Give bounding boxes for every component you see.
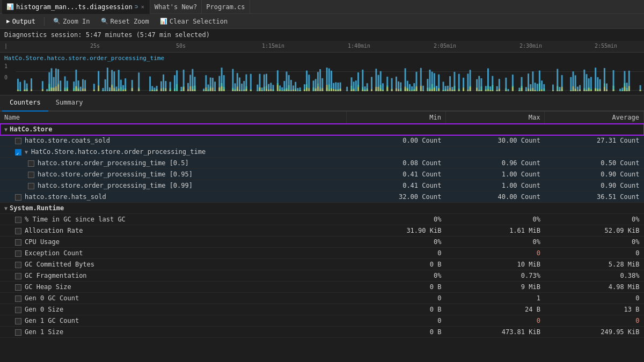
svg-rect-365 (405, 87, 406, 91)
clear-selection-label: Clear Selection (170, 18, 228, 25)
row-name-text: Gen 1 GC Count (25, 317, 79, 324)
row-min: 31.90 KiB (347, 225, 446, 237)
svg-rect-125 (163, 91, 164, 91)
svg-rect-22 (48, 84, 50, 91)
data-table-container[interactable]: Name Min Max Average ▼HatCo.Storehatco.s… (0, 112, 644, 362)
svg-rect-395 (431, 89, 433, 91)
svg-rect-461 (499, 88, 500, 91)
svg-rect-293 (328, 90, 330, 91)
row-avg (545, 146, 644, 158)
row-name-text: Allocation Rate (25, 227, 83, 234)
svg-rect-167 (210, 88, 211, 91)
svg-rect-341 (378, 87, 379, 91)
svg-rect-543 (595, 68, 596, 91)
row-name-text: hatco.store.order_processing_time [0.95] (38, 171, 193, 178)
svg-rect-38 (60, 91, 61, 91)
row-checkbox[interactable] (15, 295, 21, 302)
svg-rect-11 (26, 90, 28, 91)
svg-rect-203 (245, 89, 247, 91)
svg-rect-8 (24, 90, 26, 91)
row-checkbox[interactable] (15, 318, 21, 324)
row-max: 1 (445, 293, 545, 304)
svg-rect-512 (559, 91, 560, 91)
svg-rect-124 (163, 88, 164, 91)
svg-rect-3 (19, 82, 21, 91)
svg-rect-368 (407, 88, 408, 91)
ruler-mark-255min: 2:55min (595, 43, 617, 49)
row-avg: 13 B (545, 304, 644, 315)
svg-rect-344 (380, 88, 382, 91)
row-checkbox[interactable] (15, 250, 21, 257)
svg-rect-133 (174, 88, 175, 91)
clear-selection-icon: 📊 (160, 18, 167, 25)
row-min: 0.00 Count (347, 135, 446, 146)
svg-rect-533 (583, 90, 585, 91)
row-avg: 5.28 MiB (545, 259, 644, 270)
svg-rect-434 (470, 87, 471, 91)
table-row: hatco.store.coats_sold0.00 Count30.00 Co… (0, 135, 644, 146)
tab-summary[interactable]: Summary (48, 95, 91, 112)
reset-zoom-button[interactable]: 🔍 Reset Zoom (99, 17, 151, 26)
group-header: ▼System.Runtime (0, 203, 644, 214)
row-checkbox[interactable] (15, 329, 21, 336)
svg-rect-116 (153, 91, 155, 91)
clear-selection-button[interactable]: 📊 Clear Selection (158, 17, 230, 26)
svg-rect-4 (19, 90, 21, 91)
group-expand-arrow[interactable]: ▼ (4, 205, 8, 211)
row-checkbox[interactable] (15, 284, 21, 291)
svg-rect-284 (319, 90, 321, 91)
row-checkbox[interactable] (15, 138, 21, 144)
tab-program-cs[interactable]: Program.cs (202, 0, 250, 14)
svg-rect-388 (427, 88, 428, 91)
row-checkbox[interactable] (15, 307, 21, 313)
row-name-text: GC Fragmentation (25, 272, 87, 279)
svg-rect-192 (239, 77, 240, 91)
svg-rect-65 (93, 90, 95, 91)
svg-rect-164 (208, 91, 209, 91)
table-row: Gen 1 GC Count000 (0, 315, 644, 327)
group-expand-arrow[interactable]: ▼ (4, 127, 8, 132)
svg-rect-72 (105, 79, 106, 91)
reset-zoom-label: Reset Zoom (111, 18, 149, 25)
svg-rect-161 (205, 87, 207, 91)
svg-rect-143 (183, 87, 185, 91)
svg-rect-374 (411, 91, 413, 91)
row-min: 32.00 Count (347, 191, 446, 203)
row-checkbox[interactable] (15, 194, 21, 201)
svg-rect-545 (595, 88, 596, 91)
svg-rect-104 (131, 88, 133, 91)
tab-whats-new[interactable]: What's New? (150, 0, 202, 14)
row-name-text: GC Committed Bytes (25, 261, 94, 268)
svg-rect-230 (273, 91, 274, 91)
session-info-text: Diagnostics session: 5:47 minutes (5:47 … (4, 31, 210, 39)
svg-rect-578 (640, 90, 641, 91)
svg-rect-335 (371, 89, 372, 91)
row-checkbox[interactable] (15, 239, 21, 246)
svg-rect-98 (122, 90, 124, 91)
reset-zoom-icon: 🔍 (101, 18, 108, 25)
svg-rect-561 (619, 88, 621, 91)
svg-rect-476 (521, 88, 523, 91)
row-checkbox[interactable]: ✓ (15, 149, 21, 156)
row-checkbox[interactable] (28, 172, 34, 178)
tab-diagsession[interactable]: 📊 histogram_man...ts.diagsession ⊃ ✕ (2, 0, 150, 14)
svg-rect-482 (528, 89, 529, 91)
row-checkbox[interactable] (15, 228, 21, 234)
row-checkbox[interactable] (15, 273, 21, 279)
tab-close-button[interactable]: ✕ (140, 4, 145, 10)
row-checkbox[interactable] (28, 160, 34, 167)
svg-rect-59 (82, 88, 84, 91)
row-checkbox[interactable] (28, 183, 34, 189)
svg-rect-399 (436, 86, 437, 91)
output-button[interactable]: ▶ Output (4, 17, 38, 26)
svg-rect-296 (331, 88, 332, 91)
tab-counters[interactable]: Counters (2, 95, 48, 112)
row-checkbox[interactable] (15, 262, 21, 268)
svg-rect-551 (599, 88, 601, 91)
zoom-in-button[interactable]: 🔍 Zoom In (51, 17, 92, 26)
row-checkbox[interactable] (15, 217, 21, 223)
svg-rect-527 (577, 91, 579, 91)
svg-rect-217 (264, 87, 265, 91)
svg-rect-497 (539, 90, 540, 91)
svg-rect-294 (331, 71, 332, 91)
